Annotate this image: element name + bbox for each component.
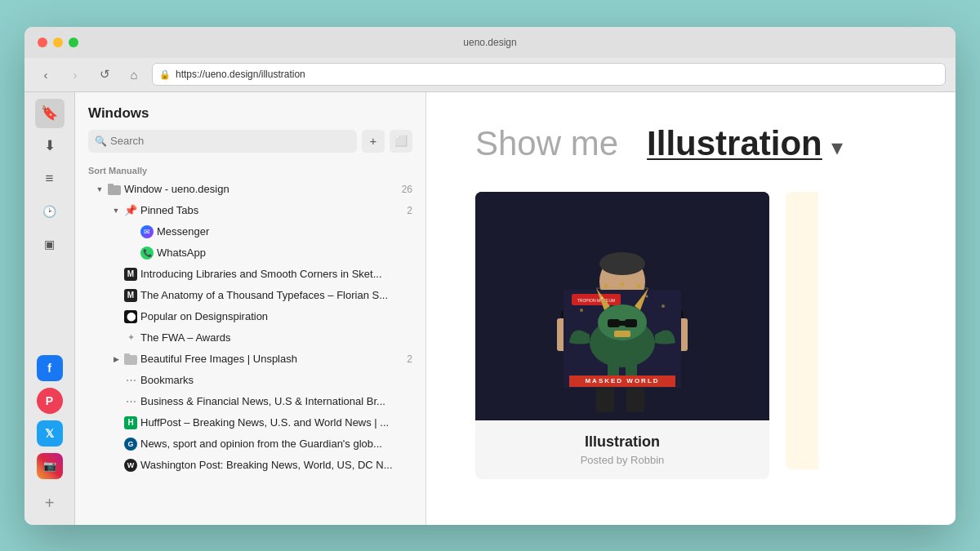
twitter-icon[interactable]: 𝕏: [37, 420, 63, 447]
item-count: 2: [407, 353, 412, 365]
nav-bar: ‹ › ↺ ⌂ 🔒 https://ueno.design/illustrati…: [24, 58, 956, 92]
svg-rect-25: [614, 331, 630, 337]
svg-rect-24: [620, 321, 625, 326]
fullscreen-button[interactable]: [69, 38, 78, 47]
svg-point-30: [580, 309, 583, 312]
item-label: Washington Post: Breaking News, World, U…: [140, 459, 412, 471]
item-label: News, sport and opinion from the Guardia…: [140, 438, 412, 450]
facebook-icon[interactable]: f: [37, 355, 63, 381]
svg-text:TROPION MUSEUM: TROPION MUSEUM: [577, 298, 615, 303]
panel-header: Windows 🔍 + ⬜: [75, 92, 425, 161]
add-sidebar-button[interactable]: +: [35, 489, 65, 518]
heading-dropdown[interactable]: ▾: [831, 135, 843, 160]
list-item[interactable]: ▶ ⋯ Bookmarks: [75, 370, 425, 391]
list-item[interactable]: ▶ M The Anatomy of a Thousand Typefaces …: [75, 285, 425, 306]
favicon-m: M: [124, 268, 137, 281]
bookmark-panel: Windows 🔍 + ⬜ Sort Manually ▼: [75, 92, 426, 525]
item-label: Introducing Libraries and Smooth Corners…: [140, 268, 412, 280]
card-info: Illustration Posted by Robbin: [475, 420, 769, 479]
folder-icon: [124, 353, 137, 366]
list-item[interactable]: ▶ 📞 WhatsApp: [75, 242, 425, 264]
pinned-tabs-count: 2: [407, 205, 412, 216]
sidebar-icon-bookmarks[interactable]: 🔖: [35, 99, 65, 128]
sidebar-icon-history[interactable]: 🕑: [35, 197, 65, 226]
svg-text:MASKED WORLD: MASKED WORLD: [585, 377, 659, 384]
svg-rect-3: [124, 353, 130, 357]
svg-point-31: [662, 304, 665, 308]
dots-icon: ⋯: [124, 395, 137, 408]
svg-rect-23: [625, 319, 637, 327]
messenger-icon: ✉: [140, 225, 154, 238]
chevron-down-icon: ▼: [111, 206, 121, 216]
favicon-m: M: [124, 289, 137, 302]
item-label: HuffPost – Breaking News, U.S. and World…: [140, 416, 412, 429]
list-item[interactable]: ▶ ⬤ Popular on Designspiration: [75, 306, 425, 327]
main-area: 🔖 ⬇ ≡ 🕑 ▣ f P 𝕏 📷 + Windows 🔍: [24, 92, 956, 525]
new-window-button[interactable]: ⬜: [390, 130, 412, 153]
item-label: Bookmarks: [140, 374, 412, 386]
fwa-icon: ✦: [124, 331, 137, 344]
list-item[interactable]: ▶ ✉ Messenger: [75, 221, 425, 242]
pinned-tabs-label: Pinned Tabs: [140, 204, 400, 216]
heading-strong: Illustration: [647, 124, 822, 162]
browser-window: ueno.design ‹ › ↺ ⌂ 🔒 https://ueno.desig…: [24, 27, 956, 525]
instagram-icon[interactable]: 📷: [37, 453, 63, 479]
svg-rect-1: [108, 184, 114, 187]
sidebar-icon-reading[interactable]: ≡: [35, 164, 65, 193]
list-item[interactable]: ▶ M Introducing Libraries and Smooth Cor…: [75, 264, 425, 285]
add-window-button[interactable]: +: [362, 130, 385, 153]
window-folder-icon: [108, 183, 121, 196]
list-item[interactable]: ▶ G News, sport and opinion from the Gua…: [75, 433, 425, 455]
dots-icon: ⋯: [124, 374, 137, 387]
list-item[interactable]: ▶ W Washington Post: Breaking News, Worl…: [75, 455, 425, 476]
main-content: Show me Illustration ▾: [426, 92, 956, 525]
list-item[interactable]: ▶ H HuffPost – Breaking News, U.S. and W…: [75, 412, 425, 433]
sidebar-icons: 🔖 ⬇ ≡ 🕑 ▣ f P 𝕏 📷 +: [24, 92, 75, 525]
sidebar-icon-downloads[interactable]: ⬇: [35, 131, 65, 161]
pinned-tabs-row[interactable]: ▼ 📌 Pinned Tabs 2: [75, 200, 425, 221]
window-row[interactable]: ▼ Window - ueno.design 26: [75, 179, 425, 200]
item-label: WhatsApp: [157, 247, 412, 259]
list-item[interactable]: ▶ ✦ The FWA – Awards: [75, 327, 425, 349]
address-text: https://ueno.design/illustration: [176, 69, 938, 80]
back-button[interactable]: ‹: [34, 63, 57, 86]
address-bar[interactable]: 🔒 https://ueno.design/illustration: [152, 63, 946, 86]
illustration-card[interactable]: TROPION MUSEUM: [475, 192, 769, 479]
minimize-button[interactable]: [53, 38, 63, 47]
item-label: Popular on Designspiration: [140, 310, 412, 322]
chevron-down-icon: ▼: [95, 184, 105, 194]
guardian-favicon: G: [124, 438, 137, 451]
svg-point-33: [646, 295, 648, 297]
list-item[interactable]: ▶ ⋯ Business & Financial News, U.S & Int…: [75, 391, 425, 412]
item-label: The FWA – Awards: [140, 331, 412, 344]
svg-point-36: [621, 282, 625, 286]
chevron-right-icon: ▶: [111, 354, 121, 364]
window-title: ueno.design: [463, 37, 516, 48]
card-subtitle: Posted by Robbin: [488, 454, 756, 466]
favicon-d: ⬤: [124, 310, 137, 323]
svg-rect-22: [608, 319, 620, 327]
item-label: Business & Financial News, U.S & Interna…: [140, 395, 412, 407]
window-count: 26: [402, 184, 412, 195]
content-cards: TROPION MUSEUM: [475, 192, 906, 479]
svg-point-32: [601, 296, 604, 299]
home-button[interactable]: ⌂: [122, 63, 145, 86]
reload-button[interactable]: ↺: [93, 63, 116, 86]
pin-icon: 📌: [124, 204, 137, 217]
page-heading: Show me Illustration ▾: [475, 125, 906, 162]
sort-label: Sort Manually: [75, 161, 425, 179]
pocket-icon[interactable]: P: [37, 388, 63, 414]
window-label: Window - ueno.design: [124, 183, 395, 195]
sidebar-icon-tabs[interactable]: ▣: [35, 229, 65, 259]
lock-icon: 🔒: [159, 69, 171, 80]
close-button[interactable]: [38, 38, 47, 47]
search-input-wrap: 🔍: [88, 130, 357, 153]
svg-point-35: [604, 283, 608, 287]
search-input[interactable]: [110, 135, 350, 147]
wp-favicon: W: [124, 459, 137, 472]
panel-title: Windows: [88, 105, 412, 122]
svg-point-37: [637, 283, 641, 287]
forward-button[interactable]: ›: [64, 63, 87, 86]
list-item[interactable]: ▶ Beautiful Free Images | Unsplash 2: [75, 349, 425, 370]
card-title: Illustration: [488, 433, 756, 451]
